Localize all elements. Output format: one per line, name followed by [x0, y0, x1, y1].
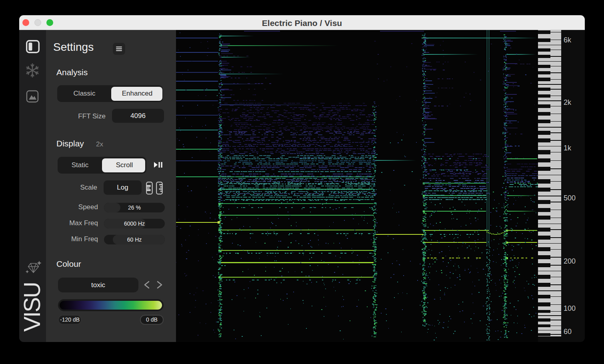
- svg-text:1k: 1k: [564, 144, 572, 152]
- svg-text:6k: 6k: [564, 36, 572, 44]
- svg-text:200: 200: [564, 257, 576, 265]
- svg-text:2k: 2k: [564, 98, 572, 106]
- svg-text:500: 500: [564, 194, 576, 202]
- svg-text:100: 100: [564, 304, 576, 312]
- svg-text:60: 60: [564, 328, 572, 336]
- svg-text:VISU: VISU: [19, 283, 45, 332]
